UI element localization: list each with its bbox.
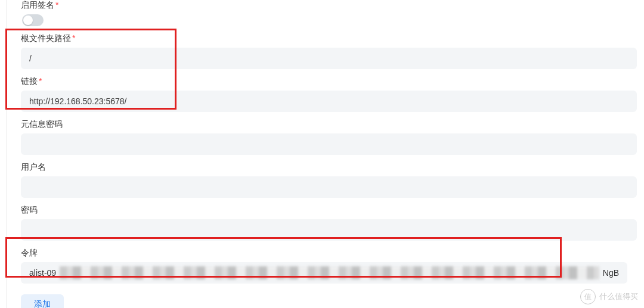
label-root-path: 根文件夹路径* bbox=[14, 33, 644, 44]
label-link: 链接* bbox=[14, 76, 644, 87]
label-password: 密码 bbox=[14, 205, 644, 216]
field-enable-sign: 启用签名* bbox=[14, 0, 644, 26]
toggle-enable-sign[interactable] bbox=[22, 14, 44, 26]
input-link[interactable] bbox=[21, 91, 637, 112]
input-password[interactable] bbox=[21, 219, 637, 241]
input-root-path[interactable] bbox=[21, 48, 637, 69]
input-token[interactable]: alist-09 NgB bbox=[21, 262, 627, 284]
add-button[interactable]: 添加 bbox=[21, 294, 64, 308]
token-prefix: alist-09 bbox=[21, 268, 56, 278]
field-meta-password: 元信息密码 bbox=[14, 119, 644, 155]
label-token: 令牌 bbox=[14, 248, 644, 259]
field-password: 密码 bbox=[14, 205, 644, 241]
field-root-path: 根文件夹路径* bbox=[14, 33, 644, 69]
token-suffix: NgB bbox=[603, 268, 627, 278]
label-enable-sign: 启用签名* bbox=[14, 0, 644, 11]
token-redacted bbox=[60, 266, 599, 279]
required-marker: * bbox=[55, 0, 58, 10]
storage-config-form: 启用签名* 根文件夹路径* 链接* 元信息密码 用户名 密码 令牌 alist-… bbox=[6, 0, 644, 308]
field-token: 令牌 alist-09 NgB bbox=[14, 248, 644, 284]
field-username: 用户名 bbox=[14, 162, 644, 198]
input-username[interactable] bbox=[21, 176, 637, 198]
required-marker: * bbox=[72, 33, 75, 43]
required-marker: * bbox=[39, 76, 42, 86]
label-meta-password: 元信息密码 bbox=[14, 119, 644, 130]
label-username: 用户名 bbox=[14, 162, 644, 173]
input-meta-password[interactable] bbox=[21, 133, 637, 155]
field-link: 链接* bbox=[14, 76, 644, 112]
